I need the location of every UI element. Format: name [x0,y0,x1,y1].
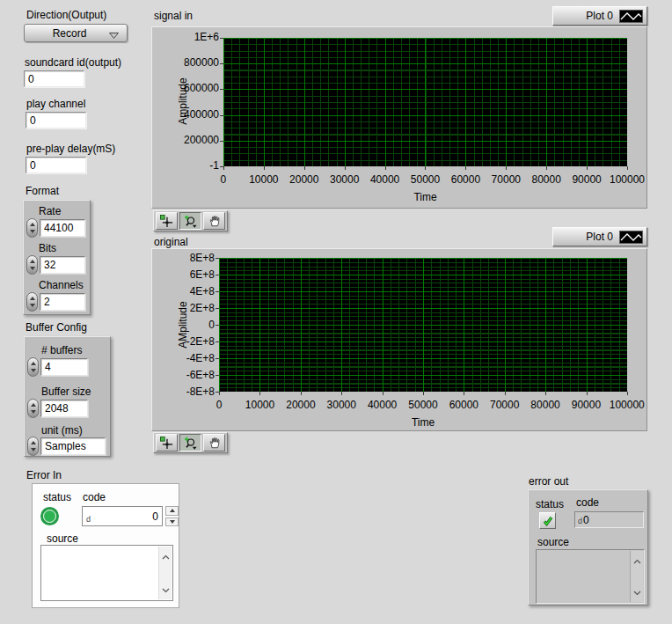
unit-value: Samples [45,440,86,452]
tick-label: 40000 [365,173,405,186]
scroll-down-icon[interactable] [162,584,170,596]
tick-label: 0 [208,319,215,331]
tick-label: -2E+8 [186,336,215,348]
graph2-plot-area[interactable] [219,258,627,392]
buffer-size-spinner[interactable] [27,399,39,418]
decrement-icon [31,369,36,372]
graph2-title: original [154,236,188,248]
num-buffers-input[interactable]: 4 [40,358,88,376]
increment-icon [30,260,35,263]
graph1-legend-label: Plot 0 [586,10,613,22]
tick-label: 1E+6 [194,32,219,43]
cursor-tool-button[interactable] [156,434,178,451]
error-out-code-label: code [576,496,599,509]
graph1-y-axis-label: Amplitude [177,48,189,154]
radix-indicator: d [578,517,582,527]
tick-label: 4E+8 [190,286,215,297]
tick-label: 0 [199,399,239,411]
graph1-plot-area[interactable] [223,38,627,166]
error-in-cluster: status code d 0 source [32,483,179,608]
tick-label: 0 [203,173,244,186]
tick-label: -8E+8 [186,386,215,398]
graph2-x-axis-label: Time [219,416,627,429]
labview-front-panel: { "controls": { "direction_label": "Dire… [0,0,672,624]
unit-spinner[interactable] [27,437,39,456]
direction-dropdown[interactable]: Record [24,24,128,42]
scroll-up-icon[interactable] [162,550,170,562]
tick-label: 80000 [525,399,566,411]
tick-label: 10000 [244,173,284,186]
magnifier-icon [184,215,197,228]
decrement-button[interactable] [165,518,179,527]
rate-spinner[interactable] [26,218,38,238]
bits-spinner[interactable] [26,255,38,275]
increment-icon [31,362,36,365]
zoom-tool-button[interactable] [179,434,201,451]
error-in-source-box[interactable] [40,545,173,601]
buffer-size-input[interactable]: 2048 [40,400,88,417]
decrement-icon [31,410,36,414]
graph1-x-ticks: 0100002000030000400005000060000700008000… [203,173,647,186]
graph1-panel: 1E+6800000600000400000200000-1 Amplitude… [151,26,647,209]
tick-label: 60000 [443,399,484,411]
graph1-plot-legend[interactable]: Plot 0 [552,6,647,26]
error-out-source-box [536,549,645,604]
scroll-up-icon[interactable] [633,554,641,567]
channels-input[interactable]: 2 [40,293,85,311]
scrollbar[interactable] [630,551,643,602]
graph2-legend-label: Plot 0 [586,231,613,243]
bits-input[interactable]: 32 [40,256,85,274]
graph1-y-ticks: 1E+6800000600000400000200000-1 [159,32,219,172]
error-out-source-label: source [537,536,569,548]
zoom-tool-button[interactable] [179,212,201,230]
rate-label: Rate [39,205,61,217]
error-out-status-indicator[interactable] [539,512,556,529]
tick-label: 100000 [607,173,647,186]
tick-label: 90000 [566,399,606,411]
graph1-x-tickmarks [223,166,628,170]
error-out-label: error out [529,475,568,488]
graph2-y-axis-label: AMplitude [177,272,189,378]
scroll-down-icon[interactable] [633,586,641,598]
graph1-palette [153,210,228,231]
pan-tool-button[interactable] [203,434,225,451]
tick-label: 70000 [485,399,525,411]
soundcard-id-input[interactable]: 0 [24,70,84,87]
tick-label: 2E+8 [190,303,215,314]
increment-icon [30,297,35,300]
tick-label: 30000 [325,173,365,186]
error-out-code-field: d 0 [574,511,644,528]
preplay-delay-input[interactable]: 0 [26,157,86,173]
rate-input[interactable]: 44100 [40,219,85,237]
unit-ring-input[interactable]: Samples [40,437,106,455]
cursor-tool-button[interactable] [156,212,178,230]
buffer-config-cluster: # buffers 4 Buffer size 2048 unit (ms) S… [24,336,111,457]
error-in-status-led[interactable] [43,510,56,523]
tick-label: 100000 [607,399,647,411]
graph2-plot-legend[interactable]: Plot 0 [552,227,647,246]
num-buffers-spinner[interactable] [27,357,39,377]
num-buffers-label: # buffers [41,344,82,356]
tick-label: 6E+8 [190,269,215,281]
tick-label: 10000 [239,399,280,411]
increment-button[interactable] [165,506,179,516]
num-buffers-value: 4 [45,361,51,373]
tick-label: 20000 [284,173,325,186]
error-in-code-input[interactable]: d 0 [82,506,163,526]
play-channel-value: 0 [30,114,36,127]
graph2-palette [153,432,228,453]
plot-line-sample-icon [619,231,643,244]
soundcard-id-value: 0 [28,73,34,85]
direction-dropdown-value: Record [53,27,87,40]
tick-label: 50000 [405,173,446,186]
pan-tool-button[interactable] [203,212,225,230]
play-channel-input[interactable]: 0 [26,112,86,128]
scrollbar[interactable] [158,547,172,599]
channels-spinner[interactable] [26,292,38,312]
radix-indicator: d [86,515,91,525]
error-out-cluster: status code d 0 source [528,489,648,606]
chevron-down-icon [108,30,120,42]
soundcard-id-label: soundcard id(output) [25,56,121,69]
tick-label: 90000 [566,173,607,186]
decrement-icon [30,267,35,270]
